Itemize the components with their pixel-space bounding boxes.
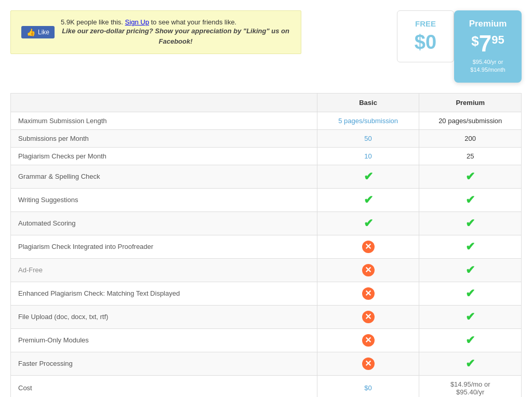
basic-cell: ✕ — [317, 305, 419, 328]
facebook-like-button[interactable]: 👍 Like — [21, 26, 55, 38]
table-header-row: Basic Premium — [11, 93, 522, 112]
table-row: Cost$0$14.95/mo or$95.40/yr — [11, 375, 522, 397]
like-count-text: 5.9K people like this. Sign Up to see wh… — [61, 18, 290, 26]
table-row: Maximum Submission Length5 pages/submiss… — [11, 112, 522, 129]
feature-cell: Grammar & Spelling Check — [11, 165, 317, 188]
premium-cell: ✔ — [419, 328, 522, 352]
table-row: Grammar & Spelling Check✔✔ — [11, 165, 522, 188]
feature-cell: Ad-Free — [11, 258, 317, 282]
premium-cell: ✔ — [419, 282, 522, 305]
premium-cell: ✔ — [419, 188, 522, 211]
premium-cell: 200 — [419, 129, 522, 147]
check-icon: ✔ — [466, 263, 475, 276]
free-plan-price: $0 — [410, 31, 441, 54]
table-row: Ad-Free✕✔ — [11, 258, 522, 282]
top-section: 👍 Like 5.9K people like this. Sign Up to… — [10, 10, 522, 83]
check-icon: ✔ — [466, 217, 475, 230]
cross-icon: ✕ — [362, 287, 375, 300]
basic-cell: ✕ — [317, 328, 419, 352]
header-premium: Premium — [419, 93, 522, 112]
table-row: Automated Scoring✔✔ — [11, 211, 522, 235]
premium-cell: ✔ — [419, 305, 522, 328]
premium-price-line: $ 7 95 — [467, 32, 509, 55]
basic-cell: $0 — [317, 375, 419, 397]
basic-cell: 10 — [317, 147, 419, 165]
check-icon: ✔ — [364, 217, 373, 230]
header-basic: Basic — [317, 93, 419, 112]
basic-cell: 50 — [317, 129, 419, 147]
premium-cell: ✔ — [419, 258, 522, 282]
basic-cell: ✕ — [317, 352, 419, 375]
premium-plan-card: Premium $ 7 95 $95.40/yr or$14.95/month — [454, 10, 522, 83]
basic-cell: ✔ — [317, 211, 419, 235]
check-icon: ✔ — [364, 193, 373, 206]
facebook-text: 5.9K people like this. Sign Up to see wh… — [61, 18, 290, 46]
premium-cell: ✔ — [419, 352, 522, 375]
free-plan-name: FREE — [410, 19, 441, 28]
premium-cell: ✔ — [419, 211, 522, 235]
basic-cell: ✕ — [317, 235, 419, 258]
feature-cell: Plagiarism Checks per Month — [11, 147, 317, 165]
feature-cell: File Upload (doc, docx, txt, rtf) — [11, 305, 317, 328]
premium-cell: 20 pages/submission — [419, 112, 522, 129]
premium-dollar-sign: $ — [471, 34, 478, 48]
basic-cell: ✕ — [317, 258, 419, 282]
basic-cell: ✔ — [317, 165, 419, 188]
table-row: Plagiarism Checks per Month1025 — [11, 147, 522, 165]
check-icon: ✔ — [466, 170, 475, 183]
table-row: Premium-Only Modules✕✔ — [11, 328, 522, 352]
feature-cell: Enhanced Plagiarism Check: Matching Text… — [11, 282, 317, 305]
table-row: Faster Processing✕✔ — [11, 352, 522, 375]
feature-cell: Writing Suggestions — [11, 188, 317, 211]
premium-cell: 25 — [419, 147, 522, 165]
feature-cell: Faster Processing — [11, 352, 317, 375]
cross-icon: ✕ — [362, 241, 375, 253]
check-icon: ✔ — [466, 240, 475, 253]
premium-plan-name: Premium — [467, 19, 509, 29]
feature-cell: Plagiarism Check Integrated into Proofre… — [11, 235, 317, 258]
basic-cell: ✕ — [317, 282, 419, 305]
check-icon: ✔ — [466, 287, 475, 300]
check-icon: ✔ — [466, 334, 475, 347]
header-feature — [11, 93, 317, 112]
table-row: Enhanced Plagiarism Check: Matching Text… — [11, 282, 522, 305]
pricing-cards: FREE $0 Premium $ 7 95 $95.40/yr or$14.9… — [397, 10, 522, 83]
fb-main-text: Like our zero-dollar pricing? Show your … — [61, 26, 290, 46]
check-icon: ✔ — [466, 357, 475, 370]
table-row: File Upload (doc, docx, txt, rtf)✕✔ — [11, 305, 522, 328]
check-icon: ✔ — [364, 170, 373, 183]
cross-icon: ✕ — [362, 358, 375, 370]
feature-cell: Automated Scoring — [11, 211, 317, 235]
premium-cell: ✔ — [419, 235, 522, 258]
cross-icon: ✕ — [362, 334, 375, 347]
premium-cents: 95 — [491, 34, 504, 46]
premium-billing: $95.40/yr or$14.95/month — [467, 58, 509, 74]
basic-cell: ✔ — [317, 188, 419, 211]
basic-cell: 5 pages/submission — [317, 112, 419, 129]
facebook-banner: 👍 Like 5.9K people like this. Sign Up to… — [10, 10, 301, 54]
check-icon: ✔ — [466, 310, 475, 323]
thumbs-up-icon: 👍 — [26, 28, 35, 36]
sign-up-link[interactable]: Sign Up — [125, 18, 149, 26]
comparison-table: Basic Premium Maximum Submission Length5… — [10, 93, 522, 397]
premium-cell: ✔ — [419, 165, 522, 188]
like-label: Like — [38, 29, 49, 36]
feature-cell: Maximum Submission Length — [11, 112, 317, 129]
table-row: Writing Suggestions✔✔ — [11, 188, 522, 211]
table-row: Plagiarism Check Integrated into Proofre… — [11, 235, 522, 258]
feature-cell: Submissions per Month — [11, 129, 317, 147]
cross-icon: ✕ — [362, 311, 375, 323]
free-plan-card: FREE $0 — [397, 10, 454, 62]
premium-cell: $14.95/mo or$95.40/yr — [419, 375, 522, 397]
premium-amount: 7 — [479, 32, 491, 55]
feature-cell: Premium-Only Modules — [11, 328, 317, 352]
table-row: Submissions per Month50200 — [11, 129, 522, 147]
check-icon: ✔ — [466, 193, 475, 206]
cross-icon: ✕ — [362, 264, 375, 276]
feature-cell: Cost — [11, 375, 317, 397]
